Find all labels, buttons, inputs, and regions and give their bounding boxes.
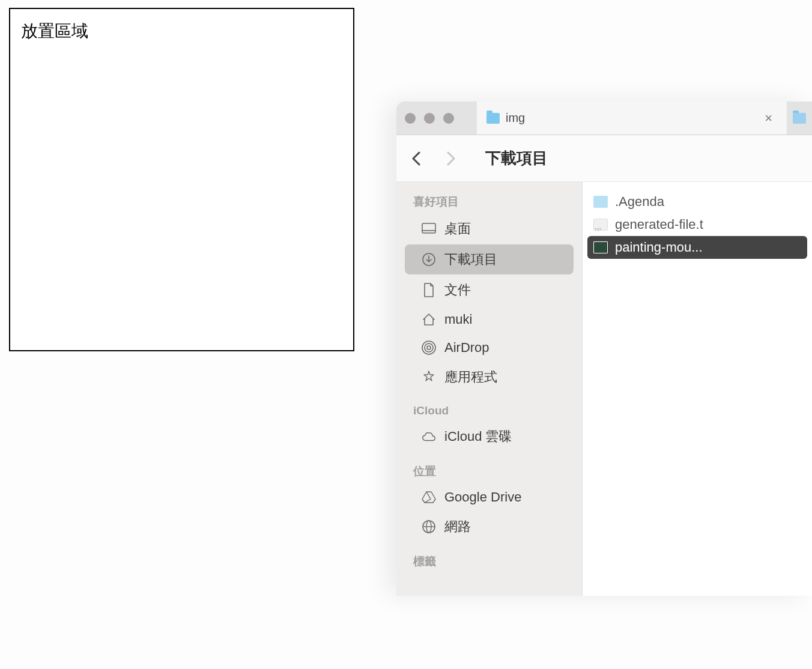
- sidebar-label: 網路: [444, 518, 471, 536]
- main-area: 喜好項目 桌面 下載項目 文件: [396, 182, 812, 596]
- network-icon: [422, 519, 436, 534]
- back-button[interactable]: [411, 150, 429, 167]
- file-item-agenda[interactable]: .Agenda: [583, 190, 812, 213]
- sidebar-item-airdrop[interactable]: AirDrop: [405, 334, 574, 362]
- close-tab-icon[interactable]: ×: [760, 110, 777, 126]
- svg-point-4: [425, 344, 433, 352]
- maximize-window-button[interactable]: [443, 113, 454, 124]
- download-icon: [422, 252, 436, 267]
- sidebar-section-tags: 標籤: [396, 550, 582, 573]
- sidebar-item-home[interactable]: muki: [405, 306, 574, 333]
- sidebar-item-downloads[interactable]: 下載項目: [405, 244, 574, 274]
- sidebar-item-applications[interactable]: 應用程式: [405, 362, 574, 392]
- folder-icon: [486, 113, 500, 124]
- finder-window: img × 下載項目 喜好項目 桌面: [396, 101, 812, 596]
- sidebar-label: 文件: [444, 281, 471, 299]
- svg-rect-0: [422, 223, 435, 233]
- traffic-lights: [405, 113, 454, 124]
- sidebar: 喜好項目 桌面 下載項目 文件: [396, 182, 583, 596]
- tab-label: img: [506, 111, 525, 125]
- toolbar: 下載項目: [396, 135, 812, 182]
- toolbar-title: 下載項目: [485, 148, 548, 169]
- document-icon: [422, 283, 436, 297]
- sidebar-section-icloud: iCloud: [396, 401, 582, 421]
- sidebar-item-desktop[interactable]: 桌面: [405, 214, 574, 244]
- cloud-icon: [422, 429, 436, 444]
- apps-icon: [422, 370, 436, 384]
- sidebar-item-documents[interactable]: 文件: [405, 275, 574, 305]
- tabs: img ×: [477, 101, 812, 135]
- close-window-button[interactable]: [405, 113, 416, 124]
- sidebar-section-locations: 位置: [396, 460, 582, 483]
- tab-bar: img ×: [396, 101, 812, 135]
- home-icon: [422, 312, 436, 327]
- file-item-painting[interactable]: painting-mou...: [587, 236, 807, 259]
- airdrop-icon: [422, 341, 436, 355]
- sidebar-item-google-drive[interactable]: Google Drive: [405, 483, 574, 511]
- sidebar-section-favorites: 喜好項目: [396, 190, 582, 213]
- sidebar-label: AirDrop: [444, 340, 489, 356]
- sidebar-label: 應用程式: [444, 368, 497, 386]
- folder-icon: [793, 113, 806, 124]
- drop-zone[interactable]: 放置區域: [9, 8, 354, 351]
- txt-file-icon: [593, 219, 608, 231]
- sidebar-item-network[interactable]: 網路: [405, 512, 574, 542]
- desktop-icon: [422, 222, 436, 236]
- file-item-generated-file[interactable]: generated-file.t: [583, 213, 812, 236]
- sidebar-item-icloud-drive[interactable]: iCloud 雲碟: [405, 422, 574, 452]
- sidebar-label: 桌面: [444, 220, 471, 238]
- folder-icon: [593, 196, 608, 208]
- drop-zone-title: 放置區域: [21, 20, 342, 43]
- gdrive-icon: [422, 490, 436, 504]
- tab-other[interactable]: [787, 101, 812, 135]
- sidebar-label: muki: [444, 312, 472, 327]
- sidebar-label: iCloud 雲碟: [444, 428, 512, 446]
- sidebar-label: Google Drive: [444, 489, 521, 505]
- file-name: painting-mou...: [615, 240, 703, 255]
- tab-img[interactable]: img ×: [477, 101, 787, 135]
- file-list: .Agenda generated-file.t painting-mou...: [583, 182, 812, 596]
- forward-button[interactable]: [446, 150, 464, 167]
- sidebar-label: 下載項目: [444, 250, 497, 268]
- svg-point-3: [427, 346, 431, 350]
- image-file-icon: [593, 241, 608, 253]
- file-name: generated-file.t: [615, 217, 703, 232]
- minimize-window-button[interactable]: [424, 113, 435, 124]
- file-name: .Agenda: [615, 194, 664, 210]
